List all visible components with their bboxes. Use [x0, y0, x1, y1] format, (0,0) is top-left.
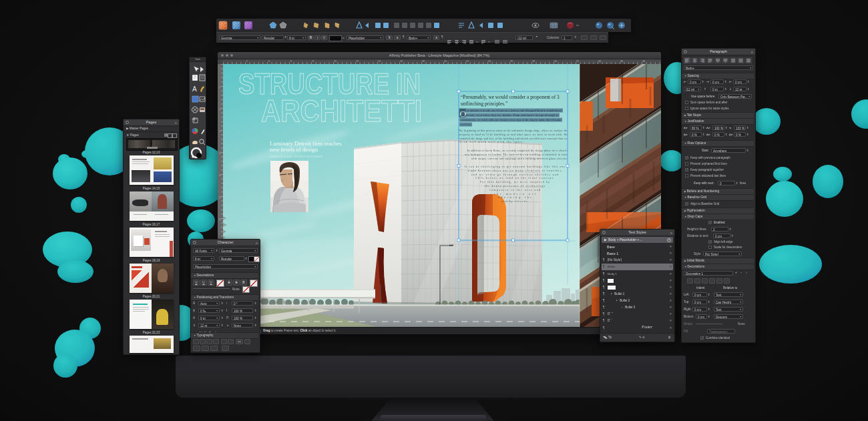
svg-text:8: 8: [312, 60, 314, 63]
svg-text:nearby streets.: nearby streets.: [501, 200, 528, 203]
svg-text:companies in the area and: companies in the area and: [489, 189, 540, 191]
svg-text:12: 12: [219, 196, 222, 199]
svg-text:establish the shape and size o: establish the shape and size of the buil…: [459, 137, 568, 140]
svg-text:22: 22: [466, 60, 469, 63]
svg-text:reality.: reality.: [461, 123, 471, 126]
svg-text:34: 34: [598, 60, 601, 63]
svg-text:new headquarters in London. Th: new headquarters in London. The state-of…: [465, 153, 568, 156]
svg-text:24: 24: [488, 60, 491, 63]
svg-text:28: 28: [532, 60, 535, 63]
svg-text:6: 6: [290, 60, 292, 63]
svg-text:18: 18: [422, 60, 425, 63]
svg-text:2: 2: [246, 60, 248, 63]
svg-text:30: 30: [554, 60, 557, 63]
svg-text:16: 16: [400, 60, 403, 63]
svg-text:“Presumably, we would consider: “Presumably, we would consider a propone…: [461, 94, 560, 100]
svg-text:4: 4: [220, 108, 221, 111]
svg-text:A: A: [192, 85, 197, 93]
svg-text:WORDS BY ROBERT WHITMAN RICHAR: WORDS BY ROBERT WHITMAN RICHARDSON: [270, 155, 323, 158]
svg-text:6: 6: [220, 130, 221, 133]
svg-text:4: 4: [268, 60, 270, 63]
svg-text:with unique cut-outs and openi: with unique cut-outs and openings and a …: [471, 157, 568, 160]
svg-text:20: 20: [444, 60, 447, 63]
svg-text:10: 10: [219, 174, 222, 177]
svg-text:14: 14: [219, 218, 222, 221]
svg-text:new levels of design: new levels of design: [270, 146, 318, 153]
svg-text:think will work well with the: think will work well with the space.: [459, 141, 524, 143]
svg-text:the heavy presence of technolo: the heavy presence of technology: [485, 185, 545, 187]
svg-text:unflinching principles.”: unflinching principles.”: [461, 101, 507, 107]
svg-text:12: 12: [356, 60, 359, 63]
svg-text:8: 8: [220, 152, 221, 155]
svg-text:2: 2: [220, 86, 221, 89]
svg-text:26: 26: [510, 60, 513, 63]
svg-text:14: 14: [378, 60, 381, 63]
svg-text:ARCHITETTI: ARCHITETTI: [261, 93, 422, 128]
svg-text:36: 36: [620, 60, 623, 63]
svg-text:ur mission is to take our clie: ur mission is to take our clients on a j…: [467, 109, 562, 112]
svg-text:property or land we’ll be buil: property or land we’ll be building on an…: [459, 133, 568, 136]
svg-text:32: 32: [576, 60, 579, 63]
svg-text:38: 38: [642, 60, 645, 63]
svg-text:10: 10: [334, 60, 337, 63]
